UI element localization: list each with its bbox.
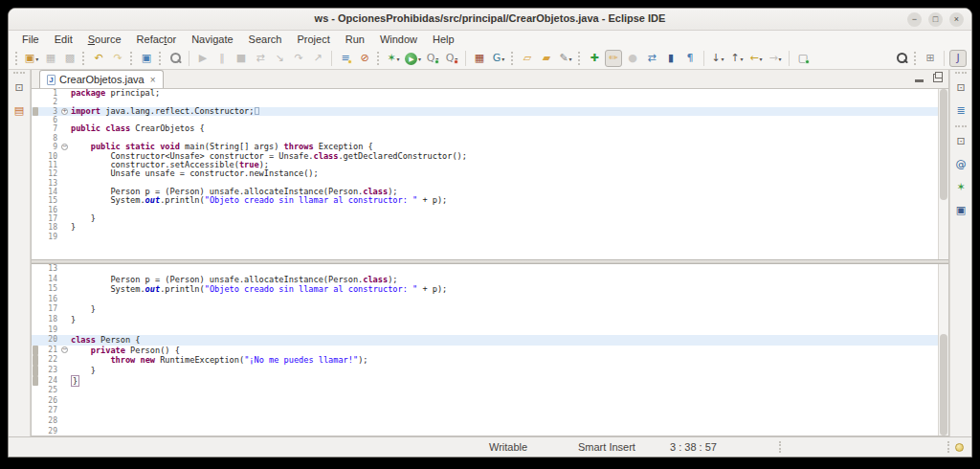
disconnect-button[interactable]: ⇄ bbox=[252, 50, 269, 67]
code-text[interactable]: public class CrearObjetos { bbox=[71, 124, 948, 133]
code-line[interactable]: 3+import java.lang.reflect.Constructor; bbox=[32, 107, 948, 116]
vertical-scrollbar[interactable] bbox=[938, 264, 948, 436]
show-whitespace-button[interactable]: ¶ bbox=[681, 50, 699, 67]
chevron-down-icon[interactable]: ▾ bbox=[35, 56, 38, 62]
pencil-icon[interactable]: ✎▾ bbox=[557, 50, 574, 67]
minimize-editor-icon[interactable] bbox=[915, 79, 924, 82]
code-line[interactable]: 13 bbox=[32, 264, 948, 275]
mark-occurrences-button[interactable]: ✏ bbox=[605, 50, 622, 67]
code-text[interactable]: private Person() { bbox=[71, 346, 948, 356]
close-button[interactable]: × bbox=[949, 12, 964, 27]
package-explorer-icon[interactable]: ▤ bbox=[11, 102, 28, 120]
fold-toggle[interactable]: − bbox=[61, 346, 68, 353]
debug-button[interactable]: ✶▾ bbox=[385, 50, 402, 67]
code-text[interactable]: import java.lang.reflect.Constructor; bbox=[71, 107, 948, 116]
pause-button[interactable]: ‖ bbox=[213, 50, 231, 67]
code-text[interactable]: System.out.println("Objeto creado sin ll… bbox=[71, 284, 948, 295]
terminal-icon[interactable]: ▣ bbox=[138, 50, 155, 67]
new-java-project-button[interactable]: ▦ bbox=[471, 50, 488, 67]
code-line[interactable]: 17 } bbox=[32, 304, 948, 315]
globe-icon[interactable]: G▾ bbox=[490, 50, 507, 67]
code-line[interactable]: 18} bbox=[32, 315, 948, 325]
occurrences-icon[interactable]: ● bbox=[624, 50, 641, 67]
save-all-button[interactable]: ▩ bbox=[61, 50, 78, 67]
code-line[interactable]: 14 Person p = (Person) unsafe.allocateIn… bbox=[32, 275, 948, 285]
tab-close-icon[interactable]: × bbox=[150, 75, 156, 85]
chevron-down-icon[interactable]: ▾ bbox=[501, 56, 504, 62]
documentation-icon[interactable]: ▮ bbox=[662, 50, 679, 67]
forward-button[interactable]: →▾ bbox=[767, 50, 784, 67]
code-line[interactable]: 1package principal; bbox=[32, 89, 948, 98]
back-button[interactable]: ←▾ bbox=[747, 50, 765, 67]
java-perspective-button[interactable]: J bbox=[949, 50, 967, 67]
new-wizard-button[interactable]: ▣▾ bbox=[23, 50, 40, 67]
code-text[interactable] bbox=[71, 264, 948, 275]
code-line[interactable]: 21− private Person() { bbox=[32, 346, 948, 356]
chevron-down-icon[interactable]: ▾ bbox=[397, 56, 400, 62]
code-line[interactable]: 16 bbox=[32, 206, 948, 214]
resume-button[interactable]: ▶ bbox=[194, 50, 212, 67]
code-text[interactable] bbox=[71, 427, 948, 436]
lightbulb-icon[interactable] bbox=[955, 443, 964, 452]
code-line[interactable]: 28 bbox=[32, 416, 948, 427]
skip-breakpoints-button[interactable]: ⊘ bbox=[356, 50, 373, 67]
menu-refactor[interactable]: Refactor bbox=[129, 33, 185, 46]
profile-button[interactable]: Q▾ bbox=[443, 50, 460, 67]
code-text[interactable]: } bbox=[71, 366, 948, 376]
minimize-button[interactable]: − bbox=[907, 12, 922, 27]
code-line[interactable]: 7public class CrearObjetos { bbox=[32, 124, 948, 133]
undo-arrow-icon[interactable]: ↶ bbox=[90, 50, 107, 67]
folded-region-box[interactable] bbox=[255, 107, 259, 115]
maximize-editor-icon[interactable] bbox=[933, 74, 943, 82]
code-text[interactable]: } bbox=[71, 376, 948, 387]
scrollbar-thumb[interactable] bbox=[940, 89, 947, 200]
terminate-button[interactable]: ■ bbox=[233, 50, 250, 67]
code-text[interactable]: Person p = (Person) unsafe.allocateInsta… bbox=[71, 275, 948, 285]
add-icon[interactable]: ✚ bbox=[586, 50, 603, 67]
chevron-down-icon[interactable]: ▾ bbox=[760, 56, 763, 62]
menu-project[interactable]: Project bbox=[289, 33, 337, 46]
code-text[interactable] bbox=[71, 233, 948, 241]
code-line[interactable]: 22 throw new RuntimeException("¡No me pu… bbox=[32, 355, 948, 366]
code-line[interactable]: 17 } bbox=[32, 214, 948, 223]
code-line[interactable]: 27 bbox=[32, 406, 948, 416]
maximize-button[interactable]: □ bbox=[928, 12, 943, 27]
title-bar[interactable]: ws - OpcionesProhibidas/src/principal/Cr… bbox=[9, 9, 971, 31]
code-text[interactable]: class Person { bbox=[71, 335, 948, 346]
menu-search[interactable]: Search bbox=[241, 33, 290, 46]
run-button[interactable]: ▶▾ bbox=[404, 50, 422, 67]
new-window-icon[interactable]: ▢ bbox=[794, 50, 812, 67]
menu-help[interactable]: Help bbox=[425, 33, 462, 46]
menu-source[interactable]: Source bbox=[80, 33, 129, 46]
menu-edit[interactable]: Edit bbox=[47, 33, 80, 46]
restore-view-button[interactable]: ⊡ bbox=[11, 79, 28, 97]
chevron-down-icon[interactable]: ▾ bbox=[722, 56, 724, 62]
next-edit-location-button[interactable]: ↑▾ bbox=[728, 50, 746, 67]
menu-file[interactable]: File bbox=[14, 33, 47, 46]
code-line[interactable]: 15 System.out.println("Objeto creado sin… bbox=[32, 196, 948, 205]
javadoc-icon[interactable]: @ bbox=[952, 156, 969, 173]
code-text[interactable]: throw new RuntimeException("¡No me puede… bbox=[71, 355, 948, 366]
tab-crearobjetos[interactable]: J CrearObjetos.java × bbox=[39, 70, 164, 88]
save-button[interactable]: ▦ bbox=[42, 50, 59, 67]
menu-window[interactable]: Window bbox=[372, 33, 425, 46]
chevron-down-icon[interactable]: ▾ bbox=[569, 56, 572, 62]
code-line[interactable]: 15 System.out.println("Objeto creado sin… bbox=[32, 284, 948, 295]
redo-arrow-icon[interactable]: ↷ bbox=[109, 50, 126, 67]
code-text[interactable] bbox=[71, 386, 948, 396]
step-return-button[interactable]: ↗ bbox=[309, 50, 326, 67]
code-text[interactable] bbox=[71, 206, 948, 214]
declaration-icon[interactable]: ✶ bbox=[952, 179, 969, 196]
code-text[interactable]: System.out.println("Objeto creado sin ll… bbox=[71, 196, 948, 205]
code-line[interactable]: 18} bbox=[32, 223, 948, 232]
link-with-editor-button[interactable]: ⇄ bbox=[643, 50, 660, 67]
menu-run[interactable]: Run bbox=[338, 33, 372, 46]
code-line[interactable]: 26 bbox=[32, 396, 948, 407]
restore-views-button[interactable]: ⊡ bbox=[952, 133, 969, 150]
chevron-down-icon[interactable]: ▾ bbox=[741, 56, 744, 62]
fold-toggle[interactable]: + bbox=[61, 108, 68, 115]
code-text[interactable] bbox=[71, 325, 948, 336]
code-line[interactable]: 19 bbox=[32, 325, 948, 336]
code-text[interactable] bbox=[71, 406, 948, 416]
editor-pane-top[interactable]: 1package principal;23+import java.lang.r… bbox=[32, 89, 948, 259]
